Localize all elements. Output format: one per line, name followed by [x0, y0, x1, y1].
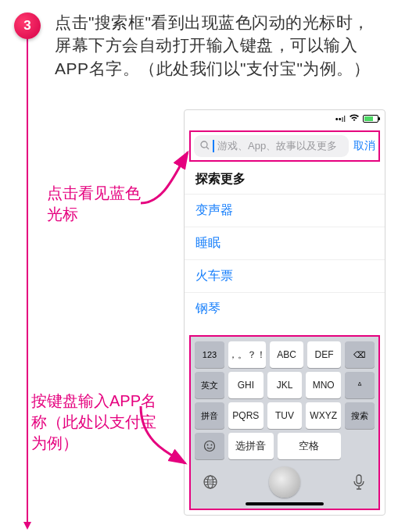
- wifi-icon: [349, 114, 360, 123]
- key-ghi[interactable]: GHI: [228, 372, 264, 398]
- home-indicator: [246, 502, 324, 505]
- mic-icon[interactable]: [346, 470, 371, 495]
- key-tuv[interactable]: TUV: [267, 402, 303, 429]
- status-bar: ••ıl: [185, 110, 385, 127]
- key-backspace[interactable]: ⌫: [345, 341, 375, 368]
- svg-point-0: [201, 141, 207, 148]
- key-punct[interactable]: ，。？！: [228, 341, 266, 368]
- cancel-button[interactable]: 取消: [353, 139, 375, 153]
- key-select-pinyin[interactable]: 选拼音: [228, 433, 274, 459]
- key-abc[interactable]: ABC: [270, 341, 303, 368]
- keyboard-highlight: 123 ，。？！ ABC DEF ⌫ 英文 GHI JKL MNO ᐞ 拼音 P…: [189, 335, 380, 510]
- svg-point-3: [207, 445, 209, 446]
- battery-icon: [363, 115, 378, 123]
- key-def[interactable]: DEF: [307, 341, 341, 368]
- step-instruction: 点击"搜索框"看到出现蓝色闪动的光标时，屏幕下方会自动打开输入键盘，可以输入AP…: [55, 11, 375, 80]
- globe-icon[interactable]: [198, 470, 223, 495]
- svg-point-4: [211, 445, 213, 446]
- key-wxyz[interactable]: WXYZ: [306, 402, 341, 429]
- svg-rect-8: [357, 475, 361, 484]
- step-vertical-line: [27, 37, 28, 522]
- step-badge: 3: [14, 12, 41, 39]
- svg-point-2: [205, 441, 215, 452]
- key-mno[interactable]: MNO: [306, 372, 341, 398]
- suggestion-item[interactable]: 火车票: [185, 259, 385, 292]
- signal-icon: ••ıl: [335, 114, 346, 123]
- search-placeholder: 游戏、App、故事以及更多: [217, 139, 337, 153]
- key-english[interactable]: 英文: [195, 372, 224, 398]
- key-pqrs[interactable]: PQRS: [228, 402, 264, 429]
- key-shift[interactable]: ᐞ: [345, 372, 375, 398]
- key-jkl[interactable]: JKL: [267, 372, 303, 398]
- suggestion-item[interactable]: 钢琴: [185, 292, 385, 325]
- dictation-button[interactable]: [269, 466, 300, 498]
- key-search[interactable]: 搜索: [345, 402, 375, 429]
- key-space[interactable]: 空格: [278, 433, 341, 459]
- suggestion-item[interactable]: 睡眠: [185, 227, 385, 259]
- key-123[interactable]: 123: [195, 341, 224, 368]
